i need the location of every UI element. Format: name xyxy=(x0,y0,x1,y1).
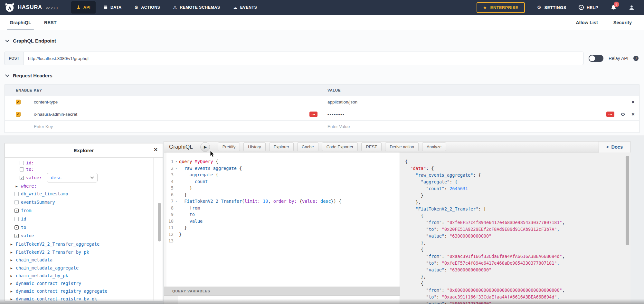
expand-arrow-icon[interactable] xyxy=(14,184,19,188)
explorer-item-dynamic-contract-registry-by-pk[interactable]: dynamic_contract_registry_by_pk xyxy=(9,296,97,300)
masked-badge-icon[interactable] xyxy=(606,112,614,117)
toolbar-history-button[interactable]: History xyxy=(243,142,265,151)
notifications-button[interactable]: 8 xyxy=(611,5,617,11)
value-input-placeholder[interactable]: Enter Value xyxy=(327,124,350,129)
tab-rest[interactable]: REST xyxy=(44,15,57,30)
endpoint-url-input[interactable]: http://localhost:8080/v1/graphql xyxy=(23,52,583,65)
explorer-item-from[interactable]: from xyxy=(14,207,32,214)
brand[interactable]: HASURA v2.23.0 xyxy=(5,2,58,13)
explorer-item-dynamic-contract-registry-aggregate[interactable]: dynamic_contract_registry_aggregate xyxy=(9,288,107,294)
fold-arrow-icon[interactable]: ▾ xyxy=(174,165,179,172)
query-editor[interactable]: 1▾query MyQuery {2▾ raw_events_aggregate… xyxy=(164,152,400,287)
toolbar-explorer-button[interactable]: Explorer xyxy=(269,142,294,151)
field-checkbox[interactable] xyxy=(20,161,24,165)
explorer-item-fiattokenv2-2-transfer-by-pk[interactable]: FiatTokenV2_2_Transfer_by_pk xyxy=(9,249,89,255)
link-allow-list[interactable]: Allow List xyxy=(576,20,598,25)
explorer-item-id[interactable]: id: xyxy=(20,160,34,166)
nav-item-data[interactable]: DATA xyxy=(98,1,127,14)
expand-arrow-icon[interactable] xyxy=(9,282,14,285)
toolbar-prettify-button[interactable]: Prettify xyxy=(218,142,240,151)
expand-arrow-icon[interactable] xyxy=(9,242,14,246)
explorer-item-value[interactable]: value:desc xyxy=(20,174,98,181)
explorer-item-value[interactable]: value xyxy=(14,232,34,239)
nav-item-actions[interactable]: ⚙ACTIONS xyxy=(129,1,165,14)
remove-header-icon[interactable] xyxy=(631,99,635,105)
request-headers-section-header[interactable]: Request Headers xyxy=(6,73,52,78)
toolbar-code-exporter-button[interactable]: Code Exporter xyxy=(322,142,358,151)
field-checkbox[interactable] xyxy=(14,217,19,221)
header-key[interactable]: x-hasura-admin-secret xyxy=(34,112,77,117)
explorer-item-dynamic-contract-registry[interactable]: dynamic_contract_registry xyxy=(9,280,81,287)
nav-item-api[interactable]: API xyxy=(71,1,96,14)
header-value[interactable]: application/json xyxy=(327,100,357,104)
key-input-placeholder[interactable]: Enter Key xyxy=(34,124,53,129)
execute-query-button[interactable] xyxy=(200,142,210,152)
eye-icon[interactable] xyxy=(620,112,626,117)
explorer-item-chain-metadata-by-pk[interactable]: chain_metadata_by_pk xyxy=(9,272,68,279)
header-key[interactable]: content-type xyxy=(34,100,58,104)
docs-button[interactable]: Docs xyxy=(599,142,630,152)
expand-arrow-icon[interactable] xyxy=(9,258,14,262)
nav-item-remote-schemas[interactable]: ⚓REMOTE SCHEMAS xyxy=(168,1,225,14)
field-checkbox[interactable] xyxy=(14,200,19,204)
link-security[interactable]: Security xyxy=(613,20,632,25)
help-button[interactable]: HELP xyxy=(579,5,598,10)
fold-arrow-icon[interactable]: ▾ xyxy=(174,158,179,165)
field-checkbox[interactable] xyxy=(14,225,19,230)
explorer-item-chain-metadata[interactable]: chain_metadata xyxy=(9,257,52,263)
explorer-item-chain-metadata-aggregate[interactable]: chain_metadata_aggregate xyxy=(9,265,79,271)
explorer-item-to[interactable]: to xyxy=(14,224,26,230)
expand-arrow-icon[interactable] xyxy=(9,289,14,293)
user-menu-button[interactable] xyxy=(629,5,634,10)
info-icon[interactable] xyxy=(633,56,639,61)
explorer-item-to[interactable]: to: xyxy=(20,166,34,172)
explorer-item-db-write-timestamp[interactable]: db_write_timestamp xyxy=(14,191,68,197)
expand-arrow-icon[interactable] xyxy=(9,250,14,254)
order-by-select[interactable]: desc xyxy=(47,173,98,182)
explorer-item-eventssummary[interactable]: eventsSummary xyxy=(14,199,55,205)
expand-arrow-icon[interactable] xyxy=(9,266,14,270)
field-checkbox[interactable] xyxy=(14,209,19,213)
tab-graphiql[interactable]: GraphiQL xyxy=(10,15,31,30)
field-checkbox[interactable] xyxy=(20,176,24,180)
fold-arrow-icon[interactable]: ▾ xyxy=(174,198,179,205)
schema-icon: ⚓ xyxy=(173,5,177,10)
explorer-item-fiattokenv2-2-transfer-aggregate[interactable]: FiatTokenV2_2_Transfer_aggregate xyxy=(9,241,99,247)
query-variables-bar[interactable]: QUERY VARIABLES xyxy=(164,287,400,296)
enterprise-button[interactable]: ENTERPRISE xyxy=(477,2,525,13)
response-scrollbar[interactable] xyxy=(626,156,629,245)
nav-item-events[interactable]: ☁EVENTS xyxy=(228,1,262,14)
enable-checkbox[interactable] xyxy=(16,100,21,104)
toolbar-analyze-button[interactable]: Analyze xyxy=(422,142,446,151)
value-cell: •••••••• xyxy=(322,108,639,120)
field-checkbox[interactable] xyxy=(14,192,19,196)
enable-checkbox[interactable] xyxy=(16,112,21,117)
expand-arrow-icon[interactable] xyxy=(9,297,14,301)
relay-api-toggle[interactable] xyxy=(589,55,603,62)
field-checkbox[interactable] xyxy=(20,167,24,172)
line-number: 5 xyxy=(164,185,174,191)
field-label: to xyxy=(21,225,26,230)
explorer-scrollbar[interactable] xyxy=(158,203,161,241)
toolbar-derive-action-button[interactable]: Derive action xyxy=(385,142,419,151)
fold-gutter xyxy=(174,238,179,244)
graphql-endpoint-section-header[interactable]: GraphQL Endpoint xyxy=(6,38,56,44)
query-variables-editor[interactable] xyxy=(164,296,400,304)
masked-badge-icon[interactable] xyxy=(309,112,317,117)
notification-badge: 8 xyxy=(614,2,619,7)
close-icon[interactable] xyxy=(154,146,157,152)
header-row: content-typeapplication/json xyxy=(5,96,639,108)
toolbar-cache-button[interactable]: Cache xyxy=(297,142,318,151)
explorer-item-id[interactable]: id xyxy=(14,216,26,222)
settings-button[interactable]: SETTINGS xyxy=(537,5,566,10)
gear-icon xyxy=(537,5,542,10)
line-number: 8 xyxy=(164,205,174,211)
header-value[interactable]: •••••••• xyxy=(327,112,345,117)
field-checkbox[interactable] xyxy=(14,234,19,238)
toolbar-rest-button[interactable]: REST xyxy=(361,142,382,151)
field-label: db_write_timestamp xyxy=(21,191,68,196)
expand-arrow-icon[interactable] xyxy=(9,274,14,278)
remove-header-icon[interactable] xyxy=(631,112,635,117)
line-number: 12 xyxy=(164,231,174,238)
explorer-item-where[interactable]: where: xyxy=(14,183,37,189)
